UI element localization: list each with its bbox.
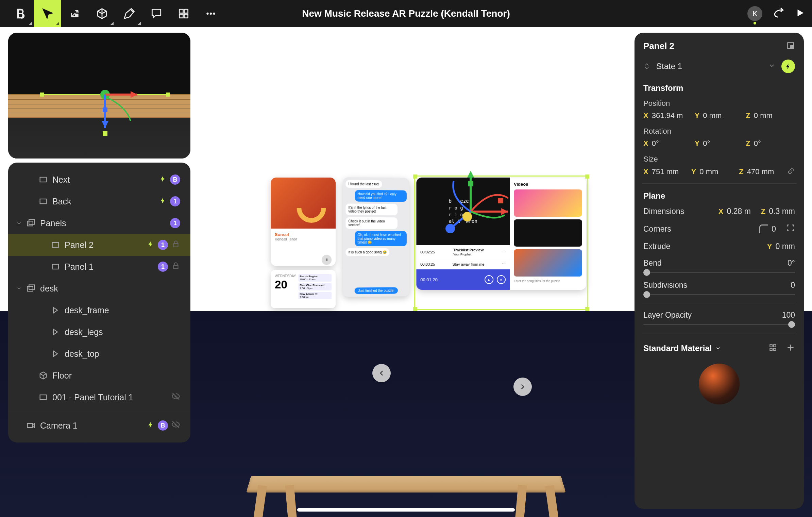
chat-card[interactable]: I found the last clue! How did you find … <box>343 177 409 297</box>
calendar-card[interactable]: WEDNESDAY 20 Puzzle Begins10:00 - 11am F… <box>271 270 336 308</box>
outliner-row[interactable]: Floor <box>8 365 190 386</box>
video-thumbnail[interactable] <box>514 189 582 217</box>
svg-rect-25 <box>28 221 33 226</box>
bend-slider[interactable] <box>643 272 795 273</box>
bend-value[interactable]: 0° <box>788 258 795 268</box>
corners-field[interactable]: 0 <box>759 224 776 234</box>
extrude-field[interactable]: Y0 mm <box>767 242 795 251</box>
document-title[interactable]: New Music Release AR Puzzle (Kendall Ten… <box>302 8 510 19</box>
outliner-row[interactable]: Back1 <box>8 190 190 212</box>
size-y[interactable]: Y0 mm <box>691 167 737 177</box>
opacity-slider[interactable] <box>643 324 795 325</box>
state-stepper[interactable] <box>643 62 650 70</box>
outliner-row[interactable]: desk <box>8 278 190 299</box>
video-thumbnail[interactable] <box>514 249 582 277</box>
subdiv-slider[interactable] <box>643 294 795 295</box>
pen-tool[interactable] <box>116 0 143 27</box>
corners-expand-button[interactable] <box>786 223 795 234</box>
desk-mesh <box>246 468 566 493</box>
rotation-y[interactable]: Y0° <box>695 139 744 148</box>
position-x[interactable]: X361.94 m <box>643 111 693 120</box>
svg-rect-34 <box>28 423 33 428</box>
video-thumbnail[interactable] <box>514 219 582 247</box>
dim-x[interactable]: X0.28 m <box>718 207 751 216</box>
minimap-gizmo <box>8 33 190 159</box>
corner-icon <box>759 224 768 233</box>
nav-prev-button[interactable] <box>372 364 391 382</box>
expand-chevron[interactable] <box>15 285 23 291</box>
outliner-row[interactable]: Panel 21 <box>8 234 190 256</box>
select-tool[interactable] <box>34 0 61 27</box>
outliner-row[interactable]: desk_legs <box>8 321 190 343</box>
position-label: Position <box>643 99 795 108</box>
selection-handle[interactable] <box>585 174 589 179</box>
svg-rect-28 <box>174 244 178 247</box>
chat-chip[interactable]: Just finished the puzzle! <box>355 287 398 294</box>
expand-chevron[interactable] <box>15 220 23 226</box>
rotation-x[interactable]: X0° <box>643 139 693 148</box>
selection-handle[interactable] <box>585 307 589 311</box>
video-card[interactable]: b eze r o g r i n al h wron 00:02:25Trac… <box>416 178 586 290</box>
state-selector[interactable]: State 1 <box>643 60 795 73</box>
material-title[interactable]: Standard Material <box>643 344 721 353</box>
fullscreen-button[interactable] <box>786 41 795 51</box>
size-x[interactable]: X751 mm <box>643 167 689 177</box>
pause-mini-button[interactable]: II <box>322 255 332 265</box>
outliner-row[interactable]: 001 - Panel Tutorial 1 <box>8 386 190 408</box>
size-z[interactable]: Z470 mm <box>739 167 785 177</box>
nav-next-button[interactable] <box>513 378 532 396</box>
share-button[interactable] <box>773 7 785 20</box>
svg-rect-26 <box>29 220 34 224</box>
more-tool[interactable] <box>197 0 224 27</box>
state-action-button[interactable] <box>781 60 795 73</box>
material-add-button[interactable] <box>786 343 795 353</box>
scale-tool[interactable] <box>61 0 88 27</box>
more-icon <box>204 7 217 20</box>
grid-tool[interactable] <box>170 0 197 27</box>
shape-tool[interactable] <box>88 0 116 27</box>
video-row[interactable]: 00:03:25Stay away from me⋯ <box>416 259 510 269</box>
logo-icon <box>14 7 27 20</box>
video-player[interactable]: b eze r o g r i n al h wron <box>416 178 510 245</box>
svg-rect-40 <box>774 348 776 351</box>
video-next-button[interactable]: » <box>497 275 506 284</box>
track-title: Sunset <box>275 232 332 237</box>
position-z[interactable]: Z0 mm <box>746 111 795 120</box>
rotation-z[interactable]: Z0° <box>746 139 795 148</box>
play-button[interactable] <box>795 8 805 19</box>
state-badge: 1 <box>170 196 180 206</box>
layer-name: Next <box>52 175 159 185</box>
artist-name: Kendall Tenor <box>275 237 332 241</box>
selection-handle[interactable] <box>413 307 417 311</box>
submenu-indicator <box>110 22 114 25</box>
video-row[interactable]: 00:02:25Tracklist PreviewYour Prophet⋯ <box>416 245 510 259</box>
video-play-button[interactable]: ▸ <box>485 275 493 284</box>
logo-button[interactable] <box>7 0 34 27</box>
user-avatar[interactable]: K <box>747 6 762 21</box>
video-queue: 00:02:25Tracklist PreviewYour Prophet⋯ 0… <box>416 245 510 269</box>
music-card[interactable]: Sunset Kendall Tenor II <box>271 178 336 266</box>
outliner-row[interactable]: desk_top <box>8 343 190 365</box>
link-size-button[interactable] <box>787 167 795 177</box>
outliner-row[interactable]: NextB <box>8 169 190 190</box>
camera-preview[interactable] <box>8 33 190 159</box>
subdiv-label: Subdivisions <box>643 281 687 290</box>
opacity-value[interactable]: 100 <box>782 311 795 320</box>
rotation-fields: X0° Y0° Z0° <box>643 139 795 148</box>
svg-rect-21 <box>103 107 107 112</box>
selection-handle[interactable] <box>413 174 417 179</box>
state-dropdown[interactable] <box>768 62 775 70</box>
outliner-row[interactable]: Panels1 <box>8 212 190 234</box>
outliner-row[interactable]: Panel 11 <box>8 256 190 278</box>
state-badge: B <box>170 174 180 185</box>
panel-rect-icon <box>37 196 49 207</box>
dim-z[interactable]: Z0.3 mm <box>761 207 795 216</box>
material-grid-button[interactable] <box>768 343 777 353</box>
outliner-row[interactable]: desk_frame <box>8 299 190 321</box>
svg-point-5 <box>206 13 208 15</box>
comment-tool[interactable] <box>143 0 170 27</box>
subdiv-value[interactable]: 0 <box>791 281 795 290</box>
outliner-row[interactable]: Camera 1B <box>8 415 190 436</box>
material-preview[interactable] <box>699 364 740 404</box>
position-y[interactable]: Y0 mm <box>695 111 744 120</box>
